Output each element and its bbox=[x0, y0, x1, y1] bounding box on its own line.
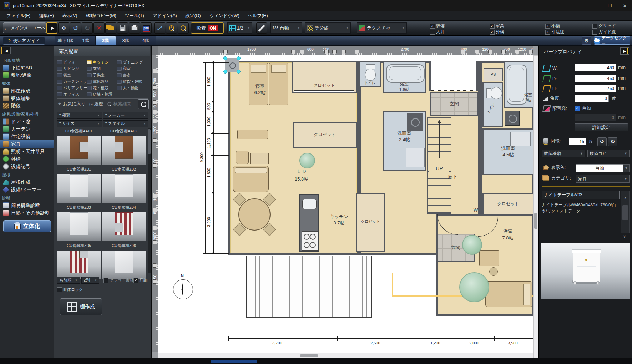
tab-floor-4[interactable]: 4階 bbox=[136, 36, 156, 45]
zoom-in-button[interactable]: + bbox=[166, 22, 177, 34]
data-center-button[interactable]: データセンター bbox=[594, 36, 630, 45]
rotate-ccw-button[interactable]: ↺ bbox=[597, 137, 607, 146]
item-cu-z04[interactable]: CU食器棚Z04 bbox=[102, 205, 147, 241]
make-3d-button[interactable]: 立体化 bbox=[3, 220, 51, 232]
layer-check-exterior[interactable]: ✓外構 bbox=[490, 29, 504, 35]
shelf-create-button[interactable]: 棚作成 bbox=[60, 298, 102, 315]
category-shop[interactable]: 店舗・施設 bbox=[87, 91, 117, 97]
rotate-cw-button[interactable]: ↻ bbox=[608, 137, 617, 146]
filter-style-dropdown[interactable]: * スタイル▼ bbox=[103, 120, 148, 127]
sidebar-item-door-window[interactable]: ドア・窓 bbox=[0, 118, 54, 125]
divide-line-dropdown[interactable]: 等分線 ▼ bbox=[305, 22, 351, 34]
layer-check-dimension[interactable]: ✓寸法線 bbox=[545, 29, 564, 35]
fit-view-button[interactable]: ⤢ bbox=[154, 22, 165, 34]
close-button[interactable]: ✕ bbox=[618, 0, 632, 11]
category-dropdown[interactable]: 家具▼ bbox=[576, 175, 630, 183]
selected-night-table[interactable] bbox=[225, 58, 239, 72]
search-results-tab[interactable]: 検索結果 bbox=[107, 101, 131, 107]
columns-dropdown[interactable]: 2列▼ bbox=[81, 277, 99, 284]
category-kitchen[interactable]: キッチン bbox=[87, 59, 117, 65]
item-cu-aa02[interactable]: CU食器棚AA02 bbox=[102, 128, 147, 165]
favorites-tab[interactable]: ★お気に入り bbox=[58, 101, 85, 107]
height-input[interactable]: 760 bbox=[575, 85, 616, 92]
category-washitsu[interactable]: 和室 bbox=[117, 66, 150, 71]
category-bedroom[interactable]: 寝室 bbox=[57, 72, 87, 78]
category-dining[interactable]: ダイニング bbox=[117, 59, 150, 65]
detail-settings-button[interactable]: 詳細設定 bbox=[575, 123, 628, 131]
item-cu-z06[interactable]: CU食器棚Z06 bbox=[102, 243, 147, 279]
item-cu-aa01[interactable]: CU食器棚AA01 bbox=[57, 128, 102, 165]
category-kids[interactable]: 子供室 bbox=[87, 72, 117, 78]
width-input[interactable]: 460 bbox=[575, 64, 616, 71]
menu-move-copy[interactable]: 移動/コピー(M) bbox=[81, 13, 120, 19]
redo-button[interactable]: ↻ bbox=[82, 22, 93, 34]
category-hobby[interactable]: 雑貨・趣味 bbox=[117, 79, 150, 84]
canvas-hscrollbar[interactable] bbox=[158, 353, 533, 358]
texture-dropdown[interactable]: テクスチャ ▼ bbox=[357, 22, 407, 34]
category-office[interactable]: オフィス bbox=[57, 91, 87, 97]
menu-window[interactable]: ウィンドウ(W) bbox=[205, 13, 244, 19]
display-color-select[interactable]: 自動 bbox=[576, 164, 623, 172]
category-plants[interactable]: 花・植栽 bbox=[87, 85, 117, 91]
sort-dropdown[interactable]: 名前順▼ bbox=[57, 277, 80, 284]
item-cu-z01[interactable]: CU食器棚Z01 bbox=[57, 167, 102, 203]
usage-guide-button[interactable]: ? 使い方ガイド bbox=[3, 37, 45, 45]
layer-check-grid[interactable]: グリッド bbox=[592, 23, 616, 29]
scroll-down-icon[interactable]: ∨ bbox=[623, 234, 626, 239]
numeric-move-dropdown[interactable]: 数値移動▼ bbox=[542, 150, 585, 157]
pbd-export-button[interactable]: pbd bbox=[141, 22, 152, 34]
filter-type-dropdown[interactable]: * 種類▼ bbox=[57, 112, 102, 119]
rotate-input[interactable]: 15 bbox=[569, 138, 586, 145]
layer-check-furniture[interactable]: ✓家具 bbox=[490, 23, 504, 29]
sidebar-item-stairs[interactable]: 階段 bbox=[0, 102, 54, 110]
angle-input[interactable]: 0 bbox=[575, 95, 609, 102]
save-button[interactable] bbox=[117, 22, 128, 34]
zoom-out-button[interactable]: − bbox=[178, 22, 189, 34]
sidebar-item-housing-equipment[interactable]: 住宅設備 bbox=[0, 133, 54, 140]
menu-settings[interactable]: 設定(O) bbox=[181, 13, 205, 19]
sidebar-collapse-button[interactable]: ◀ bbox=[1, 47, 11, 54]
settings-gear-button[interactable]: ⚙ bbox=[582, 36, 591, 45]
menu-view[interactable]: 表示(V) bbox=[58, 13, 82, 19]
sidebar-item-lighting[interactable]: 照明・天井器具 bbox=[0, 148, 54, 155]
print-button[interactable] bbox=[129, 22, 140, 34]
history-tab[interactable]: ◷履歴 bbox=[89, 101, 103, 107]
minimize-button[interactable]: ─ bbox=[586, 0, 602, 11]
detail-checkbox[interactable]: ✓詳細 bbox=[133, 278, 147, 283]
menu-file[interactable]: ファイル(F) bbox=[2, 13, 35, 19]
pan-tool-button[interactable]: ✥ bbox=[58, 22, 69, 34]
search-button[interactable] bbox=[138, 99, 149, 109]
category-study[interactable]: 書斎 bbox=[117, 72, 150, 78]
menu-help[interactable]: ヘルプ(H) bbox=[244, 13, 272, 19]
category-appliance[interactable]: 電化製品 bbox=[87, 79, 117, 84]
numeric-copy-dropdown[interactable]: 数値コピー▼ bbox=[587, 150, 630, 157]
canvas-vscrollbar[interactable] bbox=[533, 55, 538, 358]
panel-expand-button[interactable]: ▶ bbox=[620, 47, 629, 55]
sidebar-item-exterior[interactable]: 外構 bbox=[0, 155, 54, 163]
category-barrier-free[interactable]: バリアフリー bbox=[57, 85, 87, 91]
sidebar-item-shadow-check[interactable]: 日影・その他診断 bbox=[0, 209, 54, 217]
sidebar-item-roof-create[interactable]: 屋根作成 bbox=[0, 178, 54, 186]
snap-toggle[interactable]: 吸着 ON bbox=[191, 22, 224, 34]
auto-height-checkbox[interactable]: ✓自動 bbox=[575, 105, 591, 111]
category-entrance[interactable]: 玄関 bbox=[87, 66, 117, 71]
menu-edit[interactable]: 編集(E) bbox=[35, 13, 58, 19]
open-file-button[interactable] bbox=[105, 22, 116, 34]
item-cu-z05[interactable]: CU食器棚Z05 bbox=[57, 243, 102, 279]
filter-size-dropdown[interactable]: * サイズ▼ bbox=[57, 120, 102, 127]
sidebar-item-equipment-symbol[interactable]: 設備記号 bbox=[0, 163, 54, 170]
layer-check-ceiling[interactable]: 天井 bbox=[430, 29, 445, 35]
grid-scale-dropdown[interactable]: 1/2 ▼ bbox=[227, 22, 252, 34]
layer-check-accessory[interactable]: ✓小物 bbox=[545, 23, 560, 29]
sidebar-item-structure-check[interactable]: 簡易構造診断 bbox=[0, 202, 54, 209]
main-menu-button[interactable]: ← メインメニューへ bbox=[3, 22, 46, 33]
tab-floor-b1[interactable]: 地下1階 bbox=[55, 36, 76, 45]
sidebar-item-room-create[interactable]: 部屋作成 bbox=[0, 87, 54, 95]
maximize-button[interactable]: ☐ bbox=[602, 0, 618, 11]
undo-button[interactable]: ↺ bbox=[70, 22, 81, 34]
layer-check-guideline[interactable]: ガイド線 bbox=[592, 29, 616, 35]
item-cu-z03[interactable]: CU食器棚Z03 bbox=[57, 205, 102, 241]
menu-tools[interactable]: ツール(T) bbox=[121, 13, 148, 19]
category-curtain-rug[interactable]: カーテン・ラグ bbox=[57, 79, 87, 84]
category-people-animals[interactable]: 人・動物 bbox=[117, 85, 150, 91]
